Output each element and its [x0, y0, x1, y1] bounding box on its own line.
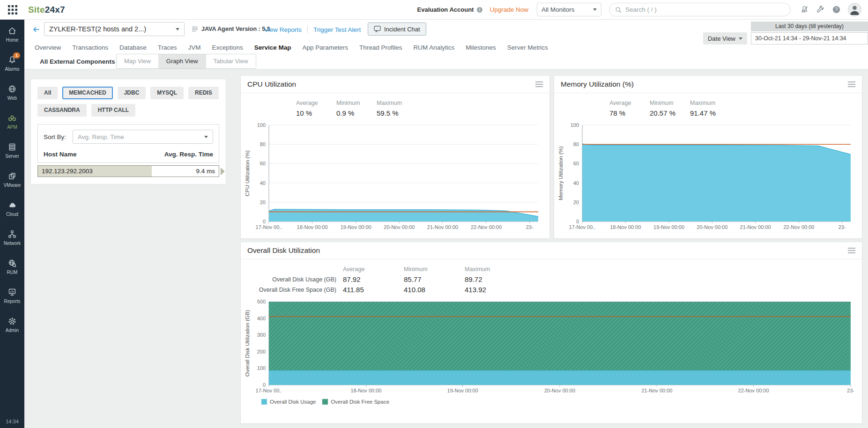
stat-column-label: Average: [609, 98, 650, 108]
back-arrow-icon[interactable]: [32, 25, 40, 34]
chevron-down-icon: [204, 136, 208, 138]
filter-chip-redis[interactable]: REDIS: [188, 87, 219, 99]
stat-value: 89.72: [465, 274, 526, 285]
sidebar-item-home[interactable]: Home: [0, 20, 24, 49]
rum-icon: [7, 258, 17, 268]
incident-chat-button[interactable]: Incident Chat: [368, 22, 426, 36]
tab-jvm[interactable]: JVM: [188, 44, 201, 51]
alarm-count-badge: 1: [13, 52, 20, 59]
site24x7-logo[interactable]: Site24x7: [28, 5, 65, 15]
tools-wrench-icon[interactable]: [816, 5, 825, 14]
vmware-icon: [7, 171, 17, 181]
view-mode-switch: Map ViewGraph ViewTabular View: [116, 54, 256, 69]
svg-text:21-Nov 00:00: 21-Nov 00:00: [740, 224, 771, 230]
host-row[interactable]: 192.123.292.2003 9.4 ms: [37, 165, 219, 177]
evaluation-account-label: Evaluation Account i: [417, 6, 483, 13]
info-icon[interactable]: i: [476, 7, 483, 13]
sidebar-item-cloud[interactable]: Cloud: [0, 194, 24, 223]
sidebar-item-apm[interactable]: APM: [0, 107, 24, 136]
svg-text:60: 60: [260, 161, 266, 166]
search-input[interactable]: [625, 6, 785, 13]
apm-icon: [7, 113, 17, 123]
tab-database[interactable]: Database: [119, 44, 147, 51]
sidebar-clock: 14:34: [0, 419, 24, 424]
card-menu-icon[interactable]: [848, 81, 855, 87]
disk-chart[interactable]: 010020030040050017-Nov 00..18-Nov 00:001…: [244, 297, 858, 396]
sidebar-item-vmware[interactable]: VMware: [0, 165, 24, 194]
card-menu-icon[interactable]: [535, 81, 543, 87]
sort-by-dropdown[interactable]: Avg. Resp. Time: [73, 130, 213, 144]
tab-service-map[interactable]: Service Map: [254, 44, 291, 51]
help-icon[interactable]: ?: [832, 5, 841, 14]
svg-text:23-: 23-: [847, 388, 854, 393]
monitor-selector-dropdown[interactable]: ZYLKER-TEST(2 hosts and 2...): [44, 22, 185, 36]
tab-traces[interactable]: Traces: [158, 44, 177, 51]
view-reports-link[interactable]: View Reports: [264, 26, 302, 33]
svg-text:23-: 23-: [526, 224, 534, 230]
sidebar-item-admin[interactable]: Admin: [0, 310, 24, 339]
sidebar-item-reports[interactable]: Reports: [0, 281, 24, 310]
view-graph-view-button[interactable]: Graph View: [158, 54, 206, 68]
svg-text:80: 80: [573, 141, 579, 147]
svg-text:?: ?: [835, 7, 838, 12]
svg-text:20-Nov 00:00: 20-Nov 00:00: [544, 388, 575, 393]
user-avatar[interactable]: [848, 3, 861, 16]
cpu-chart[interactable]: 02040608010017-Nov 00..18-Nov 00:0019-No…: [244, 120, 546, 233]
view-tabular-view-button[interactable]: Tabular View: [206, 54, 256, 68]
sidebar-item-rum[interactable]: RUM: [0, 252, 24, 281]
stat-column-label: Maximum: [465, 264, 526, 274]
svg-text:21-Nov 00:00: 21-Nov 00:00: [641, 388, 672, 393]
svg-text:0: 0: [263, 382, 266, 388]
svg-text:19-Nov 00:00: 19-Nov 00:00: [447, 388, 478, 393]
sidebar-item-web[interactable]: Web: [0, 78, 24, 107]
sidebar-item-server[interactable]: Server: [0, 136, 24, 165]
notifications-bell-icon[interactable]: [800, 5, 809, 14]
svg-text:100: 100: [257, 365, 266, 371]
filter-chip-jdbc[interactable]: JDBC: [118, 87, 146, 99]
cpu-stats: AverageMinimumMaximum10 %0.9 %59.5 %: [241, 93, 549, 118]
app-grid-menu-icon[interactable]: [7, 5, 18, 15]
svg-text:22-Nov 00:00: 22-Nov 00:00: [738, 388, 769, 393]
tab-exceptions[interactable]: Exceptions: [212, 44, 243, 51]
svg-text:60: 60: [573, 161, 579, 166]
stat-value: 413.92: [465, 285, 526, 295]
memory-chart[interactable]: 02040608010017-Nov 00..18-Nov 00:0019-No…: [557, 120, 858, 233]
tab-server-metrics[interactable]: Server Metrics: [507, 44, 548, 51]
sidebar-item-alarms[interactable]: 1 Alarms: [0, 49, 24, 78]
tab-overview[interactable]: Overview: [35, 44, 61, 51]
date-range-input[interactable]: 30-Oct-21 14:34 - 29-Nov-21 14:34: [751, 32, 868, 44]
sidebar-item-network[interactable]: Network: [0, 223, 24, 252]
upgrade-now-link[interactable]: Upgrade Now: [490, 6, 528, 13]
global-search[interactable]: [609, 3, 791, 16]
date-view-button[interactable]: Date View: [703, 32, 747, 44]
svg-text:19-Nov 00:00: 19-Nov 00:00: [653, 224, 684, 230]
svg-text:20-Nov 00:00: 20-Nov 00:00: [384, 224, 415, 230]
components-title: All External Components: [40, 58, 115, 65]
tab-thread-profiles[interactable]: Thread Profiles: [359, 44, 402, 51]
filter-chip-mysql[interactable]: MYSQL: [150, 87, 184, 99]
stat-column-label: Average: [296, 98, 336, 108]
filter-chip-http-call[interactable]: HTTP CALL: [91, 104, 135, 117]
topbar: Site24x7 Evaluation Account i Upgrade No…: [0, 0, 868, 20]
stat-value: 10 %: [296, 108, 336, 118]
svg-text:18-Nov 00:00: 18-Nov 00:00: [610, 224, 641, 230]
home-icon: [7, 26, 17, 36]
tab-rum-analytics[interactable]: RUM Analytics: [414, 44, 455, 51]
sort-box: Sort By: Avg. Resp. Time Host NameAvg. R…: [37, 124, 219, 163]
tab-milestones[interactable]: Milestones: [466, 44, 496, 51]
tab-transactions[interactable]: Transactions: [72, 44, 108, 51]
svg-text:CPU Utilization (%): CPU Utilization (%): [245, 150, 250, 197]
filter-chip-all[interactable]: All: [37, 87, 58, 99]
filter-chip-memcached[interactable]: MEMCACHED: [62, 87, 112, 99]
cloud-icon: [7, 200, 17, 210]
tab-app-parameters[interactable]: App Parameters: [302, 44, 348, 51]
svg-text:18-Nov 00:00: 18-Nov 00:00: [297, 224, 328, 230]
trigger-test-alert-link[interactable]: Trigger Test Alert: [313, 26, 361, 33]
svg-text:18-Nov 00:00: 18-Nov 00:00: [350, 388, 381, 393]
monitor-scope-dropdown[interactable]: All Monitors: [537, 3, 601, 16]
view-map-view-button[interactable]: Map View: [117, 54, 158, 68]
filter-chip-cassandra[interactable]: CASSANDRA: [37, 104, 87, 117]
chevron-down-icon: [593, 8, 597, 11]
card-menu-icon[interactable]: [848, 248, 855, 253]
memory-utilization-card: Memory Utilization (%) AverageMinimumMax…: [554, 75, 862, 239]
